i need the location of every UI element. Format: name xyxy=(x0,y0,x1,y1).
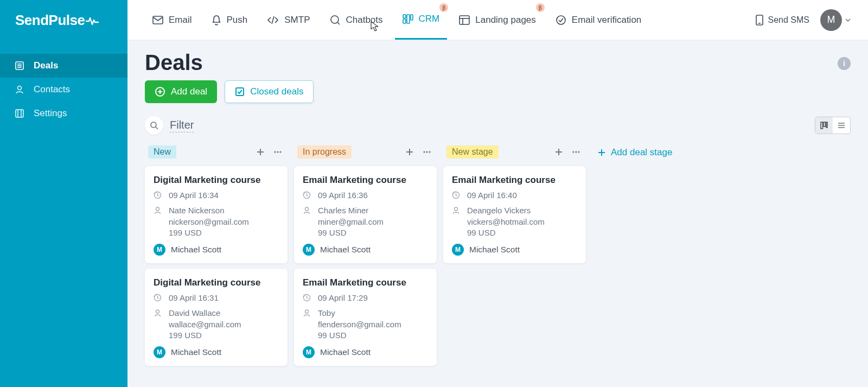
deal-card[interactable]: Email Marketing course 09 April 16:36 Ch… xyxy=(294,166,437,263)
svg-line-27 xyxy=(156,127,158,129)
page-title: Deals xyxy=(145,50,203,75)
deal-card[interactable]: Digital Marketing course 09 April 16:31 … xyxy=(145,269,288,366)
send-sms-link[interactable]: Send SMS xyxy=(746,14,818,26)
stage-label[interactable]: New stage xyxy=(446,145,499,158)
stage-head: New xyxy=(145,145,288,161)
closed-deals-button[interactable]: Closed deals xyxy=(225,80,314,103)
svg-point-36 xyxy=(274,151,276,153)
svg-rect-28 xyxy=(821,122,823,129)
svg-point-54 xyxy=(572,151,574,153)
stage-add-button[interactable] xyxy=(552,145,565,158)
svg-rect-5 xyxy=(16,110,23,117)
svg-rect-25 xyxy=(236,88,244,96)
stage-more-button[interactable] xyxy=(271,145,284,158)
deal-card[interactable]: Digital Marketing course 09 April 16:34 … xyxy=(145,166,288,263)
clock-icon xyxy=(154,191,162,199)
card-contact: Nate Nickersonnickerson@gmail.com199 USD xyxy=(169,205,249,238)
list-icon xyxy=(837,121,846,130)
sidebar-nav: DealsContactsSettings xyxy=(0,41,127,125)
action-row: Add deal Closed deals xyxy=(145,80,851,103)
owner-avatar: M xyxy=(154,244,165,256)
stage-column: In progress Email Marketing course 09 Ap… xyxy=(294,145,437,366)
deal-card[interactable]: Email Marketing course 09 April 16:40 De… xyxy=(443,166,586,263)
nav-label: Email verification xyxy=(572,15,642,26)
content: Deals i Add deal Closed deals Filter xyxy=(127,41,868,387)
phone-icon xyxy=(755,14,764,26)
nav-crm[interactable]: CRMβ xyxy=(395,0,448,40)
users-icon xyxy=(14,84,25,95)
brand-text: SendPulse xyxy=(15,12,85,29)
sidebar-item-deals[interactable]: Deals xyxy=(0,54,127,78)
brand-logo[interactable]: SendPulse xyxy=(0,0,127,41)
card-time: 09 April 16:36 xyxy=(318,190,368,201)
sidebar-item-label: Settings xyxy=(34,108,67,119)
svg-point-58 xyxy=(455,207,458,211)
svg-rect-12 xyxy=(403,15,406,18)
svg-point-46 xyxy=(426,151,427,153)
svg-point-49 xyxy=(305,207,309,211)
nav-email[interactable]: Email xyxy=(145,0,200,40)
stage-column: New Digital Marketing course 09 April 16… xyxy=(145,145,288,366)
card-contact: Charles Minerminer@gmail.com99 USD xyxy=(318,205,384,238)
list-view-button[interactable] xyxy=(833,117,850,134)
stage-label[interactable]: In progress xyxy=(297,145,352,158)
sidebar-item-settings[interactable]: Settings xyxy=(0,101,127,125)
board-view-button[interactable] xyxy=(815,117,833,134)
card-time: 09 April 17:29 xyxy=(318,293,368,303)
info-button[interactable]: i xyxy=(838,57,851,70)
svg-point-51 xyxy=(305,310,309,313)
owner-avatar: M xyxy=(452,244,464,256)
svg-line-11 xyxy=(337,22,340,24)
filter-link[interactable]: Filter xyxy=(170,119,194,132)
code-icon xyxy=(267,16,279,24)
nav-landing-pages[interactable]: Landing pagesβ xyxy=(451,0,544,40)
search-button[interactable] xyxy=(145,116,163,135)
svg-rect-14 xyxy=(407,15,410,23)
clock-icon xyxy=(303,191,311,199)
add-stage-button[interactable]: Add deal stage xyxy=(592,145,676,160)
user-icon xyxy=(303,309,311,317)
top-nav: EmailPushSMTPChatbotsCRMβLanding pagesβE… xyxy=(145,0,649,40)
nav-email-verification[interactable]: Email verification xyxy=(548,0,649,40)
stage-label[interactable]: New xyxy=(148,145,176,158)
check-square-icon xyxy=(235,87,245,97)
plus-circle-icon xyxy=(155,86,165,97)
svg-point-55 xyxy=(575,151,577,153)
nav-smtp[interactable]: SMTP xyxy=(259,0,317,40)
svg-point-10 xyxy=(331,16,339,23)
svg-point-19 xyxy=(557,16,565,24)
add-deal-button[interactable]: Add deal xyxy=(145,80,217,103)
clock-icon xyxy=(154,294,162,302)
svg-point-4 xyxy=(18,86,22,90)
user-icon xyxy=(303,206,311,214)
clock-icon xyxy=(452,191,461,199)
owner-name: Michael Scott xyxy=(320,347,371,357)
topbar: EmailPushSMTPChatbotsCRMβLanding pagesβE… xyxy=(127,0,868,41)
layout-icon xyxy=(459,15,470,25)
beta-badge: β xyxy=(439,3,448,12)
card-time: 09 April 16:34 xyxy=(169,190,219,201)
nav-push[interactable]: Push xyxy=(204,0,256,40)
svg-line-9 xyxy=(272,16,274,24)
chevron-down-icon xyxy=(845,18,851,22)
svg-rect-30 xyxy=(826,122,827,128)
deal-card[interactable]: Email Marketing course 09 April 17:29 To… xyxy=(294,269,437,366)
stage-more-button[interactable] xyxy=(420,145,433,158)
nav-label: CRM xyxy=(419,14,440,24)
stage-head: New stage xyxy=(443,145,586,161)
nav-chatbots[interactable]: Chatbots xyxy=(322,0,391,40)
stage-more-button[interactable] xyxy=(570,145,583,158)
sidebar-item-label: Contacts xyxy=(34,84,70,95)
mail-icon xyxy=(152,16,163,24)
card-title: Email Marketing course xyxy=(303,277,428,288)
nav-label: Push xyxy=(227,15,248,26)
user-menu[interactable]: M xyxy=(820,9,851,31)
view-toggle xyxy=(815,117,851,134)
bell-icon xyxy=(212,15,221,26)
svg-point-47 xyxy=(429,151,430,153)
stage-add-button[interactable] xyxy=(254,145,267,158)
sidebar-item-contacts[interactable]: Contacts xyxy=(0,78,127,101)
stage-add-button[interactable] xyxy=(403,145,416,158)
svg-point-56 xyxy=(578,151,579,153)
svg-point-40 xyxy=(156,207,159,211)
